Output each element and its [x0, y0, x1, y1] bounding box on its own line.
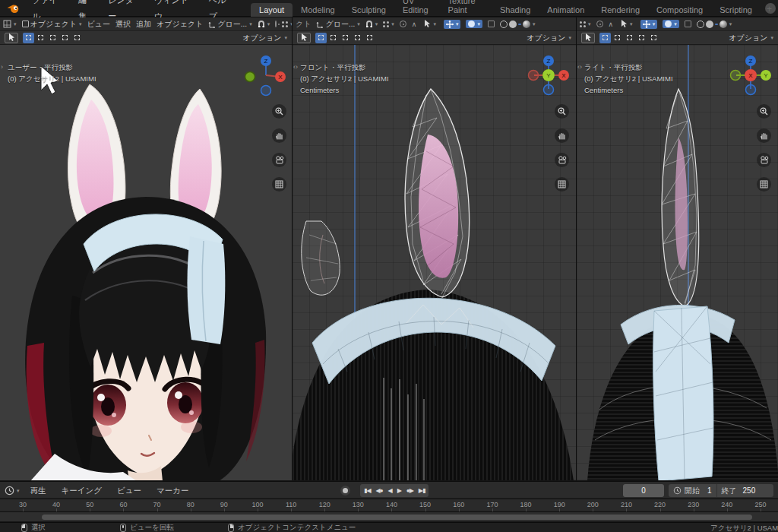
tab-uv-editing[interactable]: UV Editing: [394, 0, 440, 17]
menu-object[interactable]: オブジェクト: [157, 19, 203, 30]
zoom-button[interactable]: [757, 104, 771, 119]
perspective-toggle-button[interactable]: [555, 177, 569, 192]
viewpoint-button[interactable]: ▾: [466, 20, 482, 28]
viewport-user-canvas[interactable]: › ユーザー・平行投影 (0) アクセサリ2 | USAMIMI: [0, 45, 292, 480]
select-mode-invert-button[interactable]: [59, 33, 71, 43]
overlays-dropdown[interactable]: ▾: [282, 21, 292, 27]
select-mode-intersect-button[interactable]: [648, 33, 659, 43]
prev-keyframe-button[interactable]: ◀●: [376, 487, 383, 494]
perspective-toggle-button[interactable]: [757, 177, 771, 192]
camera-view-button[interactable]: [555, 153, 569, 167]
shading-solid-button[interactable]: [509, 21, 517, 28]
shading-rendered-button[interactable]: [719, 21, 727, 28]
proportional-edit-icon[interactable]: [275, 21, 277, 27]
shading-solid-button[interactable]: [706, 21, 713, 28]
tab-texture-paint[interactable]: Texture Paint: [440, 0, 492, 17]
options-dropdown[interactable]: オプション ▾: [527, 33, 571, 43]
tab-modeling[interactable]: Modeling: [293, 3, 343, 17]
timeline-editor-type-button[interactable]: ▾: [5, 486, 20, 496]
select-mode-extend-button[interactable]: [35, 33, 46, 43]
pan-button[interactable]: [757, 128, 771, 143]
perspective-toggle-button[interactable]: [272, 177, 286, 192]
falloff-icon[interactable]: ∧: [412, 21, 417, 28]
jump-to-end-button[interactable]: ▶▮: [419, 487, 425, 494]
next-keyframe-button[interactable]: ●▶: [406, 487, 413, 494]
viewport-front-canvas[interactable]: ‹› フロント・平行投影 (0) アクセサリ2 | USAMIMI Centim…: [293, 45, 576, 480]
active-tool-button[interactable]: [297, 33, 311, 43]
overlays-dropdown[interactable]: ▾: [580, 21, 591, 27]
camera-view-button[interactable]: [757, 153, 771, 167]
select-mode-invert-button[interactable]: [636, 33, 647, 43]
play-reverse-button[interactable]: ◀: [388, 487, 392, 494]
tab-animation[interactable]: Animation: [539, 3, 593, 17]
select-mode-extend-button[interactable]: [327, 33, 339, 43]
start-frame-field[interactable]: 1: [707, 486, 712, 495]
camera-view-button[interactable]: [272, 153, 286, 167]
end-frame-field[interactable]: 250: [743, 486, 756, 495]
shading-material-button[interactable]: [715, 24, 718, 25]
editor-type-button[interactable]: ▾: [3, 20, 17, 28]
status-extension-icon[interactable]: [765, 3, 776, 14]
select-mode-new-button[interactable]: [23, 33, 34, 43]
xray-toggle[interactable]: [685, 21, 691, 27]
proportional-edit-icon[interactable]: [596, 21, 603, 27]
nav-gizmo[interactable]: Z X Y: [527, 54, 570, 97]
nav-gizmo[interactable]: Z Y X: [729, 54, 772, 97]
zoom-button[interactable]: [272, 104, 286, 119]
select-mode-invert-button[interactable]: [352, 33, 363, 43]
timeline-ruler[interactable]: 3040506070809010011012013014015016017018…: [0, 499, 778, 511]
proportional-edit-icon[interactable]: [400, 21, 406, 27]
tab-compositing[interactable]: Compositing: [648, 3, 711, 17]
menu-playback[interactable]: 再生: [24, 486, 52, 496]
viewport-right-canvas[interactable]: ‹› ライト・平行投影 (0) アクセサリ2 | USAMIMI Centime…: [577, 45, 778, 480]
sidebar-toggle-icon[interactable]: ‹›: [577, 63, 582, 71]
select-mode-intersect-button[interactable]: [71, 33, 83, 43]
falloff-icon[interactable]: ∧: [609, 21, 614, 28]
active-tool-button[interactable]: [581, 33, 595, 43]
timeline-scrollbar[interactable]: [42, 515, 752, 520]
tab-scripting[interactable]: Scripting: [711, 3, 761, 17]
auto-key-button[interactable]: [340, 486, 350, 496]
move-gizmo-button[interactable]: ▾: [640, 20, 658, 29]
overlays-dropdown[interactable]: ▾: [383, 21, 394, 27]
shading-wireframe-button[interactable]: [697, 21, 704, 28]
jump-to-start-button[interactable]: ▮◀: [364, 487, 371, 494]
move-gizmo-button[interactable]: ▾: [444, 20, 461, 29]
menu-view[interactable]: ビュー: [87, 19, 109, 30]
menu-add[interactable]: 追加: [136, 19, 151, 30]
tab-rendering[interactable]: Rendering: [593, 3, 648, 17]
shading-material-button[interactable]: [518, 24, 521, 25]
select-mode-subtract-button[interactable]: [340, 33, 351, 43]
menu-view[interactable]: ビュー: [111, 486, 147, 496]
menu-keying[interactable]: キーイング: [55, 486, 108, 496]
gizmo-dropdown[interactable]: ▾: [618, 19, 635, 29]
select-mode-subtract-button[interactable]: [47, 33, 59, 43]
snap-dropdown[interactable]: ▾: [365, 21, 378, 28]
menu-select[interactable]: 選択: [115, 19, 131, 30]
select-mode-new-button[interactable]: [599, 33, 611, 43]
transform-orientation-dropdown[interactable]: グロー... ▾: [316, 19, 359, 30]
shading-rendered-button[interactable]: [523, 21, 530, 28]
nav-gizmo[interactable]: Z X: [245, 54, 287, 97]
tab-shading[interactable]: Shading: [492, 3, 539, 17]
menu-marker[interactable]: マーカー: [150, 486, 195, 496]
options-dropdown[interactable]: オプション ▾: [729, 33, 773, 43]
select-mode-extend-button[interactable]: [612, 33, 623, 43]
xray-toggle[interactable]: [488, 21, 495, 27]
shading-wireframe-button[interactable]: [500, 21, 508, 28]
play-button[interactable]: ▶: [397, 487, 401, 494]
current-frame-field[interactable]: 0: [623, 484, 664, 497]
timeline-track[interactable]: [0, 512, 778, 521]
select-mode-intersect-button[interactable]: [364, 33, 375, 43]
viewpoint-button[interactable]: ▾: [663, 20, 679, 28]
select-mode-subtract-button[interactable]: [624, 33, 635, 43]
mode-selector[interactable]: オブジェクト ▾: [22, 19, 82, 30]
active-tool-button[interactable]: [5, 33, 18, 43]
sidebar-toggle-icon[interactable]: ›: [1, 63, 3, 71]
sidebar-toggle-icon[interactable]: ‹›: [293, 63, 298, 71]
snap-dropdown[interactable]: ▾: [258, 21, 270, 28]
options-dropdown[interactable]: オプション ▾: [242, 33, 287, 43]
tab-layout[interactable]: Layout: [251, 3, 293, 17]
gizmo-dropdown[interactable]: ▾: [422, 19, 438, 29]
zoom-button[interactable]: [555, 104, 569, 119]
